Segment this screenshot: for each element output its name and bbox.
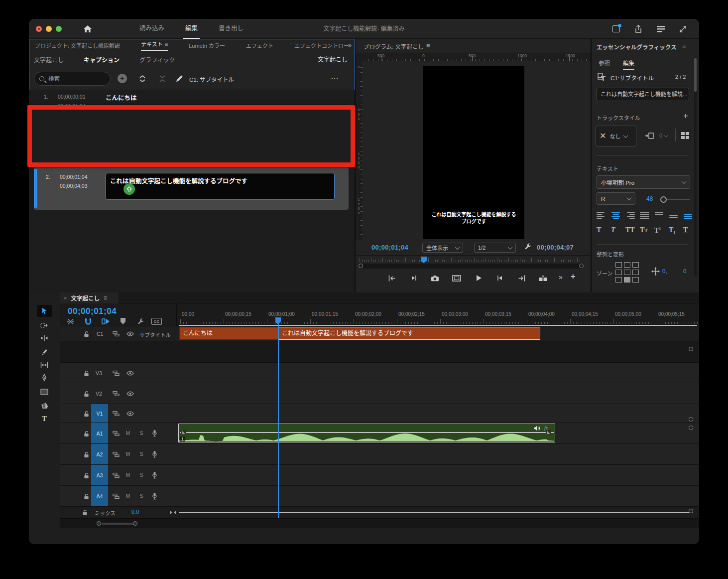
quick-export-icon[interactable] [611,24,621,34]
zone-cell-5[interactable] [624,270,630,275]
add-button-icon[interactable]: + [571,272,575,281]
align-right-icon[interactable] [625,212,635,219]
go-to-out-button[interactable] [515,273,528,283]
timeline-ruler[interactable]: 00;0000;00;00;1500;00;01;0000;00;01;1500… [177,310,699,324]
play-button[interactable] [472,273,485,283]
caption-clip-1[interactable]: こんにちは [179,327,278,340]
faux-bold-icon[interactable]: T [597,226,601,234]
eg-caption-text-field[interactable]: これは自動文字起こし機能を解説... [597,88,689,101]
fade-in-handle[interactable] [181,430,186,434]
type-tool[interactable]: T [37,413,52,425]
track-target-a3[interactable]: A3 [91,465,108,486]
font-size-value[interactable]: 48 [646,195,653,202]
track-sync-icon[interactable] [113,331,120,337]
lock-track-icon[interactable] [84,370,89,377]
timeline-settings-icon[interactable] [136,318,144,326]
track-visibility-eye-icon[interactable] [126,331,134,336]
sequence-tab[interactable]: × 文字起こし ≡ [60,292,119,303]
transcribe-button[interactable]: 文字起こし [318,55,348,63]
vscroll-handle[interactable] [689,509,693,513]
audio-clip[interactable]: 1 fx [178,424,555,442]
track-select-forward-tool[interactable] [37,319,52,331]
voiceover-record-icon[interactable] [152,430,157,437]
track-sync-icon[interactable] [113,391,120,397]
panel-overflow-button[interactable]: » [348,42,352,49]
panel-menu-icon[interactable]: ≡ [104,294,107,301]
lock-track-icon[interactable] [84,493,89,500]
program-scrollbar[interactable] [360,264,584,269]
mix-volume-value[interactable]: 0.0 [131,509,139,515]
rectangle-tool[interactable] [37,386,52,398]
search-input[interactable] [48,76,98,82]
valign-middle-icon[interactable] [669,212,678,219]
caption-text-editor[interactable]: これは自動文字起こし機能を解説するブログです [106,173,335,200]
zone-cell-4[interactable] [615,270,622,275]
solo-track-button[interactable]: S [138,472,145,478]
panel-tab-3[interactable]: Lumetri カラー [189,41,225,49]
track-sync-icon[interactable] [113,472,120,478]
close-window-button[interactable] [36,26,42,32]
panel-tab-1[interactable]: プロジェクト: 文字起こし機能解説 [35,41,120,49]
style-count-select[interactable]: 0 [659,133,668,139]
close-tab-icon[interactable]: × [64,295,67,301]
edit-caption-icon[interactable] [175,74,184,83]
lock-track-icon[interactable] [84,331,89,337]
add-caption-icon[interactable]: + [118,74,127,83]
titlebar-tab-3[interactable]: 書き出し [217,19,245,39]
panel-tab-5[interactable]: エフェクトコントロー [294,41,349,49]
track-name-v2[interactable]: V2 [96,391,102,397]
add-track-style-icon[interactable]: + [683,111,688,121]
slip-tool[interactable] [37,359,52,371]
comparison-view-button[interactable] [537,273,550,283]
ripple-edit-tool[interactable] [37,332,52,344]
track-sync-icon[interactable] [113,411,120,417]
linked-selection-icon[interactable] [102,318,110,325]
font-style-select[interactable]: R [597,192,635,205]
position-x-value[interactable]: 0, [662,268,667,274]
volume-rubber-band[interactable] [180,432,554,433]
subtab-3[interactable]: グラフィック [139,55,175,64]
step-forward-button[interactable] [493,273,506,283]
scrollbar-right-handle[interactable] [579,264,584,268]
minimize-window-button[interactable] [46,26,52,32]
mute-track-button[interactable]: M [124,472,131,478]
split-caption-icon[interactable] [138,74,147,83]
merge-captions-icon[interactable] [158,74,167,83]
add-keyframe-icon[interactable] [169,510,177,515]
safe-margins-button[interactable] [450,273,463,283]
caption-row-2-selected[interactable]: 2. 00;00;01;04 00;00;04;03 これは自動文字起こし機能を… [34,167,349,210]
position-y-value[interactable]: 0 [683,268,686,274]
track-target-a1[interactable]: A1 [91,423,108,444]
timeline-timecode[interactable]: 00;00;01;04 [68,306,117,316]
step-back-button[interactable] [407,273,420,283]
panel-tab-2[interactable]: テキスト ≡ [141,40,168,51]
voiceover-record-icon[interactable] [152,492,157,500]
share-icon[interactable] [633,24,643,34]
vscroll-handle[interactable] [689,417,693,422]
small-caps-icon[interactable]: TT [640,226,648,234]
mute-track-button[interactable]: M [124,431,131,436]
valign-bottom-icon[interactable] [683,212,693,219]
zone-cell-3[interactable] [632,262,639,268]
subscript-icon[interactable]: T1 [669,226,675,235]
transport-overflow-icon[interactable]: » [559,273,563,281]
push-style-to-track-icon[interactable] [644,132,654,141]
caption-text[interactable]: こんにちは [106,93,137,102]
underline-icon[interactable]: T [683,226,688,234]
caption-list-menu-icon[interactable]: … [331,72,339,81]
zoom-level-select[interactable]: 全体表示 [422,243,463,253]
mix-volume-rubber-band[interactable] [179,512,693,513]
solo-track-button[interactable]: S [138,431,145,436]
track-name-v3[interactable]: V3 [96,370,102,376]
eg-item-label[interactable]: C1:サブタイトル [610,74,654,82]
hscroll-left-handle[interactable] [97,521,101,526]
panel-menu-icon[interactable]: ≡ [426,42,430,49]
zone-grid[interactable] [615,262,639,283]
track-style-select[interactable]: ✕ なし [596,126,636,146]
caption-track-options-icon[interactable]: CC [151,318,162,325]
add-marker-icon[interactable] [121,318,125,324]
track-sync-icon[interactable] [113,370,120,376]
zone-cell-7[interactable] [615,277,622,283]
track-sync-icon[interactable] [113,451,120,457]
panel-menu-icon[interactable]: ≡ [682,42,686,50]
